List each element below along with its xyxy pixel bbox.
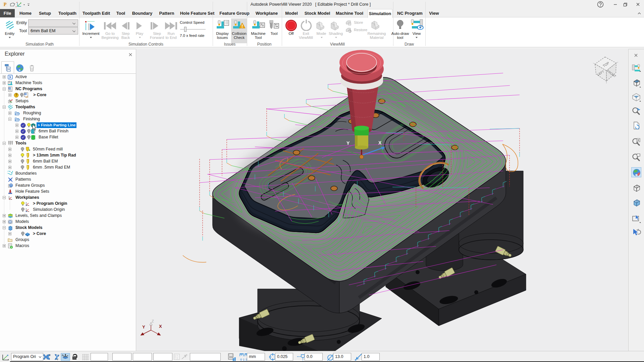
svg-text:0 1 2: 0 1 2 xyxy=(240,358,247,361)
svg-text:Y: Y xyxy=(57,358,59,361)
svg-text:Y: Y xyxy=(346,140,350,146)
svg-text:G: G xyxy=(25,93,26,95)
svg-text:G: G xyxy=(9,87,10,89)
svg-text:X: X xyxy=(378,140,382,145)
svg-text:X: X xyxy=(159,324,162,329)
svg-text:X: X xyxy=(49,354,51,357)
svg-text:Z: Z xyxy=(62,354,63,357)
svg-text:?: ? xyxy=(15,93,17,97)
svg-text:Y: Y xyxy=(142,324,145,329)
svg-text:Z: Z xyxy=(152,319,154,323)
